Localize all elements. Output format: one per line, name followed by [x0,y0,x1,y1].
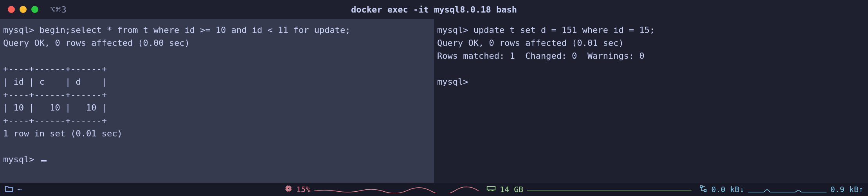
svg-rect-10 [487,187,495,190]
terminal-panes: mysql> begin;select * from t where id >=… [0,19,868,183]
maximize-window-button[interactable] [31,6,38,13]
status-cpu: 15% [285,185,479,194]
net-sparkline [748,185,827,193]
statusbar: ~ 15% 14 GB [0,183,868,196]
status-memory: 14 GB [486,185,692,194]
terminal-pane-right[interactable]: mysql> update t set d = 151 where id = 1… [434,19,868,183]
status-cwd: ~ [5,185,22,194]
cpu-icon [285,185,292,194]
tab-shortcut-label: ⌥⌘3 [50,5,67,15]
cpu-percent-text: 15% [296,185,310,194]
memory-icon [486,185,496,194]
folder-icon [5,185,13,194]
cwd-text: ~ [17,185,22,194]
net-up-text: 0.9 kB↑ [830,185,863,194]
status-network: 0.0 kB↓ 0.9 kB↑ [699,185,863,194]
network-icon [699,185,707,194]
minimize-window-button[interactable] [20,6,27,13]
window-controls [8,6,38,13]
svg-rect-18 [704,189,706,191]
terminal-pane-left[interactable]: mysql> begin;select * from t where id >=… [0,19,434,183]
cpu-sparkline [314,185,479,193]
net-down-text: 0.0 kB↓ [711,185,744,194]
titlebar: ⌥⌘3 docker exec -it mysql8.0.18 bash [0,0,868,19]
memory-sparkline [527,185,692,193]
svg-rect-17 [701,185,702,187]
close-window-button[interactable] [8,6,15,13]
memory-text: 14 GB [500,185,523,194]
svg-rect-1 [288,187,290,189]
cursor [41,160,47,162]
window-title: docker exec -it mysql8.0.18 bash [351,5,517,15]
svg-rect-0 [286,187,290,191]
